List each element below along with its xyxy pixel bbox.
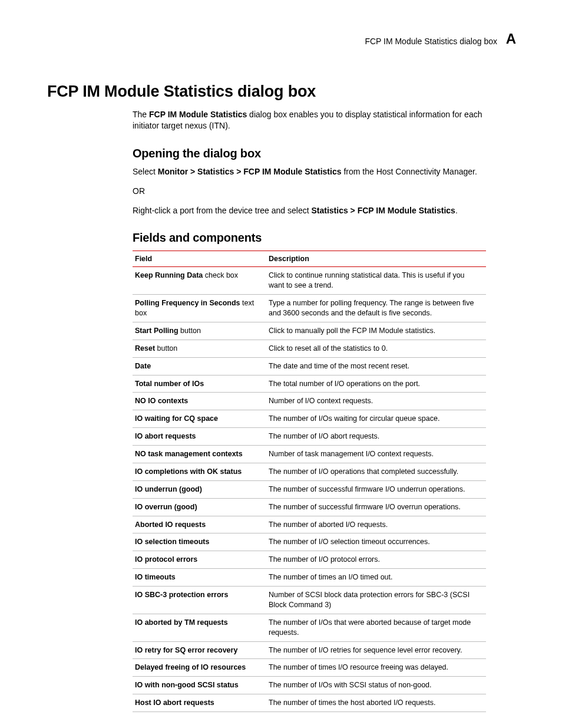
field-name-cell: Start Polling button: [133, 322, 266, 340]
table-row: IO SBC-3 protection errorsNumber of SCSI…: [133, 587, 486, 614]
fields-heading: Fields and components: [133, 231, 497, 245]
field-name-cell: IO overrun (good): [133, 498, 266, 516]
field-name-cell: IO protocol errors: [133, 551, 266, 569]
field-desc-cell: The number of I/Os waiting for circular …: [266, 410, 486, 428]
field-desc-cell: The number of successful firmware I/O ov…: [266, 498, 486, 516]
field-desc-cell: Number of task management I/O context re…: [266, 446, 486, 463]
opening-heading: Opening the dialog box: [133, 147, 497, 160]
field-name-bold: IO with non-good SCSI status: [135, 681, 239, 689]
field-desc-cell: Click to continue running statistical da…: [266, 267, 486, 295]
opening-p2-pre: Right-click a port from the device tree …: [133, 206, 311, 215]
opening-or: OR: [133, 186, 497, 197]
field-desc-cell: Type a number for polling frequency. The…: [266, 295, 486, 322]
fields-header-row: Field Description: [133, 251, 486, 267]
field-desc-cell: The number of aborted I/O requests.: [266, 516, 486, 533]
intro-pre: The: [133, 110, 149, 119]
table-row: Keep Running Data check boxClick to cont…: [133, 267, 486, 295]
field-desc-cell: The number of I/O retries for sequence l…: [266, 641, 486, 659]
field-name-cell: IO retry for SQ error recovery: [133, 641, 266, 659]
field-name-rest: button: [155, 344, 177, 353]
field-desc-cell: The number of I/O selection timeout occu…: [266, 533, 486, 551]
field-name-cell: NO task management contexts: [133, 446, 266, 463]
table-row: IO abort requestsThe number of I/O abort…: [133, 428, 486, 446]
field-desc-cell: Number of SCSI block data protection err…: [266, 587, 486, 614]
field-name-bold: IO underrun (good): [135, 485, 202, 493]
field-desc-cell: The date and time of the most recent res…: [266, 357, 486, 375]
field-name-cell: Total number of IOs: [133, 375, 266, 393]
field-name-cell: IO waiting for CQ space: [133, 410, 266, 428]
fields-table: Field Description Keep Running Data chec…: [133, 251, 486, 712]
appendix-letter: A: [506, 31, 516, 47]
table-row: IO completions with OK statusThe number …: [133, 463, 486, 480]
running-header: FCP IM Module Statistics dialog box: [365, 37, 497, 46]
field-name-cell: NO IO contexts: [133, 393, 266, 410]
fields-col1-header: Field: [133, 251, 266, 267]
field-desc-cell: The number of times an I/O timed out.: [266, 569, 486, 587]
field-name-bold: IO waiting for CQ space: [135, 414, 218, 423]
table-row: IO retry for SQ error recoveryThe number…: [133, 641, 486, 659]
field-name-bold: Reset: [135, 344, 155, 353]
field-name-cell: Reset button: [133, 340, 266, 357]
page-title: FCP IM Module Statistics dialog box: [47, 83, 497, 101]
fields-block: Field Description Keep Running Data chec…: [133, 251, 497, 712]
field-desc-cell: The total number of I/O operations on th…: [266, 375, 486, 393]
field-desc-cell: Click to manually poll the FCP IM Module…: [266, 322, 486, 340]
field-name-bold: Aborted IO requests: [135, 521, 206, 529]
table-row: Total number of IOsThe total number of I…: [133, 375, 486, 393]
field-name-bold: NO IO contexts: [135, 397, 188, 405]
field-name-bold: IO timeouts: [135, 573, 176, 581]
field-name-bold: Keep Running Data: [135, 271, 203, 279]
opening-p1: Select Monitor > Statistics > FCP IM Mod…: [133, 166, 497, 177]
field-name-bold: NO task management contexts: [135, 450, 243, 458]
field-name-bold: Start Polling: [135, 327, 178, 335]
field-name-bold: IO completions with OK status: [135, 467, 242, 476]
field-name-bold: Host IO abort requests: [135, 699, 214, 707]
table-row: IO timeoutsThe number of times an I/O ti…: [133, 569, 486, 587]
field-name-rest: button: [178, 327, 201, 335]
table-row: Host IO abort requestsThe number of time…: [133, 694, 486, 712]
field-name-bold: IO aborted by TM requests: [135, 618, 228, 627]
field-desc-cell: The number of I/O operations that comple…: [266, 463, 486, 480]
field-name-cell: Polling Frequency in Seconds text box: [133, 295, 266, 322]
field-name-cell: IO aborted by TM requests: [133, 614, 266, 641]
field-name-cell: IO selection timeouts: [133, 533, 266, 551]
table-row: IO underrun (good)The number of successf…: [133, 480, 486, 498]
field-name-cell: IO with non-good SCSI status: [133, 677, 266, 694]
table-row: NO task management contextsNumber of tas…: [133, 446, 486, 463]
field-name-bold: IO selection timeouts: [135, 538, 209, 546]
field-name-bold: IO SBC-3 protection errors: [135, 591, 228, 599]
field-desc-cell: Click to reset all of the statistics to …: [266, 340, 486, 357]
table-row: NO IO contextsNumber of I/O context requ…: [133, 393, 486, 410]
field-name-cell: IO timeouts: [133, 569, 266, 587]
fields-col2-header: Description: [266, 251, 486, 267]
table-row: Polling Frequency in Seconds text boxTyp…: [133, 295, 486, 322]
intro-block: The FCP IM Module Statistics dialog box …: [133, 109, 497, 131]
field-desc-cell: The number of I/O abort requests.: [266, 428, 486, 446]
opening-block: Select Monitor > Statistics > FCP IM Mod…: [133, 166, 497, 216]
field-desc-cell: Number of I/O context requests.: [266, 393, 486, 410]
field-name-bold: IO retry for SQ error recovery: [135, 646, 237, 654]
opening-p2-bold: Statistics > FCP IM Module Statistics: [311, 206, 455, 215]
field-desc-cell: The number of successful firmware I/O un…: [266, 480, 486, 498]
field-name-bold: Total number of IOs: [135, 380, 204, 388]
field-name-bold: IO overrun (good): [135, 503, 197, 511]
table-row: IO selection timeoutsThe number of I/O s…: [133, 533, 486, 551]
field-name-bold: Delayed freeing of IO resources: [135, 663, 246, 671]
table-row: Aborted IO requestsThe number of aborted…: [133, 516, 486, 533]
field-name-cell: IO completions with OK status: [133, 463, 266, 480]
field-name-cell: Keep Running Data check box: [133, 267, 266, 295]
opening-p2-post: .: [455, 206, 458, 215]
field-name-bold: Date: [135, 362, 151, 370]
field-desc-cell: The number of I/O protocol errors.: [266, 551, 486, 569]
field-desc-cell: The number of times the host aborted I/O…: [266, 694, 486, 712]
opening-p2: Right-click a port from the device tree …: [133, 205, 497, 216]
intro-bold: FCP IM Module Statistics: [149, 110, 247, 119]
table-row: IO with non-good SCSI statusThe number o…: [133, 677, 486, 694]
field-name-cell: IO underrun (good): [133, 480, 266, 498]
table-row: Start Polling buttonClick to manually po…: [133, 322, 486, 340]
table-row: DateThe date and time of the most recent…: [133, 357, 486, 375]
table-row: Delayed freeing of IO resourcesThe numbe…: [133, 659, 486, 677]
table-row: Reset buttonClick to reset all of the st…: [133, 340, 486, 357]
field-name-cell: IO abort requests: [133, 428, 266, 446]
field-name-cell: Delayed freeing of IO resources: [133, 659, 266, 677]
